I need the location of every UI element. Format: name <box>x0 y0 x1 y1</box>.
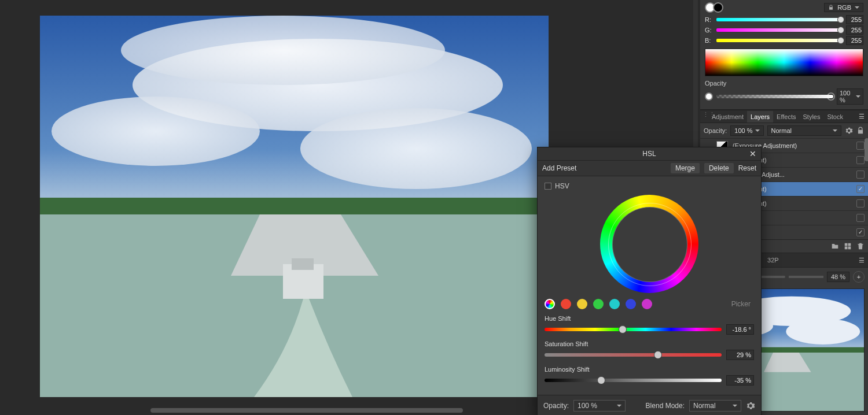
hue-swatch[interactable] <box>593 299 604 309</box>
slider-label: Luminosity Shift <box>545 366 754 373</box>
opacity-value-field[interactable]: 100 % <box>837 88 863 105</box>
hsl-actions-bar: Add Preset Merge Delete Reset <box>538 161 761 176</box>
channel-label: R: <box>705 16 713 23</box>
slider-label: Hue Shift <box>545 315 754 322</box>
channel-label: G: <box>705 27 713 34</box>
layer-visibility-checkbox[interactable] <box>856 156 865 164</box>
channel-slider[interactable] <box>716 39 843 42</box>
layer-visibility-checkbox[interactable] <box>856 185 865 193</box>
merge-button[interactable]: Merge <box>671 163 700 173</box>
channel-label: B: <box>705 37 713 44</box>
panel-tabs: ⋮⋮ AdjustmentLayersEffectsStylesStock ☰ <box>700 110 868 123</box>
color-panel: RGB R: 255G: 255B: 255 Opacity 100 % <box>700 0 868 110</box>
panel-grip-icon[interactable]: ⋮⋮ <box>703 111 706 123</box>
slider-label: Saturation Shift <box>545 340 754 347</box>
opacity-slider[interactable] <box>716 95 833 98</box>
tab-stock[interactable]: Stock <box>823 111 847 123</box>
channel-slider[interactable] <box>716 18 843 21</box>
slider-track[interactable] <box>545 353 722 357</box>
grid-icon[interactable] <box>844 242 852 250</box>
reset-link[interactable]: Reset <box>738 164 756 172</box>
trash-icon[interactable] <box>856 242 865 250</box>
hsl-titlebar[interactable]: HSL ✕ <box>538 147 761 161</box>
hsl-title-text: HSL <box>642 150 656 158</box>
hsv-checkbox-row[interactable]: HSV <box>545 182 754 190</box>
hue-ring[interactable] <box>600 195 698 293</box>
hue-swatch[interactable] <box>545 299 555 309</box>
layers-opacity-dropdown[interactable]: 100 % <box>730 125 763 136</box>
layers-opacity-label: Opacity: <box>704 127 727 134</box>
tab-layers[interactable]: Layers <box>747 111 773 123</box>
hue-channel-swatches: Picker <box>545 299 754 309</box>
color-mode-value: RGB <box>837 4 851 11</box>
opacity-label: Opacity <box>705 80 726 87</box>
delete-button[interactable]: Delete <box>704 163 734 173</box>
zoom-value-field[interactable]: 48 % <box>827 272 849 282</box>
svg-point-4 <box>121 16 445 85</box>
hue-swatch[interactable] <box>642 299 652 309</box>
document-image[interactable] <box>40 16 549 397</box>
slider-value-field[interactable]: 29 % <box>726 350 754 360</box>
layer-visibility-checkbox[interactable] <box>856 142 865 150</box>
gear-icon[interactable] <box>845 127 853 135</box>
zoom-add-button[interactable]: + <box>853 271 865 283</box>
hsl-dialog[interactable]: HSL ✕ Add Preset Merge Delete Reset HSV … <box>537 147 762 415</box>
add-preset-link[interactable]: Add Preset <box>542 164 576 172</box>
svg-point-3 <box>300 108 532 189</box>
hsl-opacity-label: Opacity: <box>543 402 569 410</box>
tab-effects[interactable]: Effects <box>773 111 799 123</box>
horizontal-scrollbar[interactable] <box>150 408 463 413</box>
slider-track[interactable] <box>545 328 722 331</box>
secondary-color-swatch[interactable] <box>713 2 723 13</box>
hue-swatch[interactable] <box>577 299 587 309</box>
channel-value-field[interactable]: 255 <box>846 36 863 45</box>
layers-scrollbar[interactable] <box>865 138 868 161</box>
channel-value-field[interactable]: 255 <box>846 25 863 35</box>
slider-value-field[interactable]: -35 % <box>726 375 754 386</box>
zoom-ticks <box>789 276 823 278</box>
tab-32p[interactable]: 32P <box>763 254 784 266</box>
hue-swatch[interactable] <box>626 299 636 309</box>
svg-rect-9 <box>292 258 314 270</box>
folder-icon[interactable] <box>831 242 839 250</box>
svg-point-2 <box>52 97 260 166</box>
svg-rect-5 <box>40 198 549 215</box>
chevron-down-icon <box>855 6 859 9</box>
lock-icon <box>828 5 834 10</box>
hue-swatch[interactable] <box>609 299 620 309</box>
panel-menu-icon[interactable]: ☰ <box>855 254 868 266</box>
layer-visibility-checkbox[interactable] <box>856 171 865 179</box>
hsl-opacity-dropdown[interactable]: 100 % <box>573 400 626 412</box>
hsv-label: HSV <box>555 182 569 190</box>
hsl-blendmode-dropdown[interactable]: Normal <box>689 400 741 412</box>
close-icon[interactable]: ✕ <box>749 149 756 158</box>
channel-slider[interactable] <box>716 28 843 32</box>
layer-visibility-checkbox[interactable] <box>856 228 865 236</box>
lock-icon[interactable] <box>856 127 865 135</box>
hsv-checkbox[interactable] <box>545 183 551 190</box>
svg-point-14 <box>786 318 860 344</box>
layer-visibility-checkbox[interactable] <box>856 214 865 222</box>
layers-options-bar: Opacity: 100 % Normal <box>700 123 868 138</box>
gear-icon[interactable] <box>746 401 755 410</box>
tab-styles[interactable]: Styles <box>800 111 824 123</box>
channel-value-field[interactable]: 255 <box>846 15 863 24</box>
slider-value-field[interactable]: -18.6 ° <box>726 324 754 335</box>
opacity-swatch <box>705 92 713 101</box>
layer-visibility-checkbox[interactable] <box>856 199 865 208</box>
color-spectrum[interactable] <box>705 49 863 76</box>
picker-button[interactable]: Picker <box>731 300 754 308</box>
hsl-blendmode-label: Blend Mode: <box>646 402 685 410</box>
hue-swatch[interactable] <box>561 299 571 309</box>
panel-menu-icon[interactable]: ☰ <box>855 110 868 123</box>
layers-blendmode-dropdown[interactable]: Normal <box>767 125 841 136</box>
tab-adjustment[interactable]: Adjustment <box>708 111 747 123</box>
color-mode-dropdown[interactable]: RGB <box>824 3 863 12</box>
slider-track[interactable] <box>545 379 722 382</box>
hsl-footer: Opacity: 100 % Blend Mode: Normal <box>538 395 761 415</box>
